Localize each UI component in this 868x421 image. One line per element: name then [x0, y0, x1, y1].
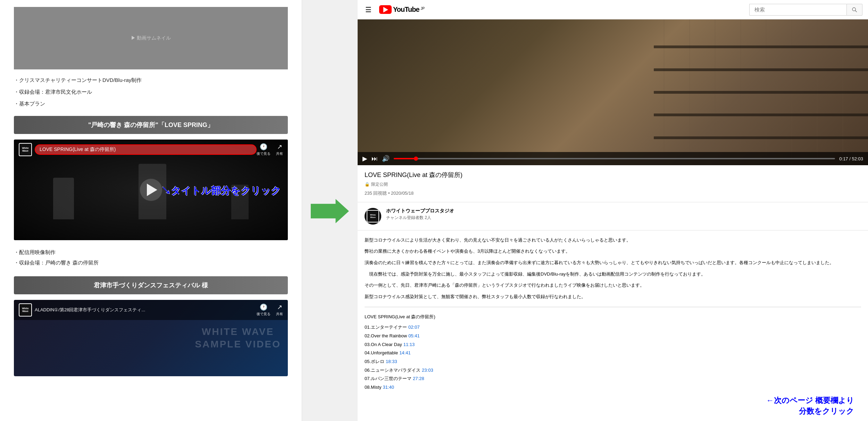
progress-bar[interactable] [394, 158, 835, 159]
share-btn-2[interactable]: ↗ 共有 [276, 303, 283, 317]
bullet-list-2: ・配信用映像制作 ・収録会場：戸崎の響き 森の停留所 [14, 247, 288, 268]
section-header-2: 君津市手づくりダンスフェスティバル 様 [14, 276, 288, 294]
description-section: 新型コロナウイルスにより生活が大きく変わり、先の見えない不安な日々を過ごされてい… [358, 230, 868, 421]
channel-avatar[interactable]: WhiteWave [365, 208, 381, 225]
sample-watermark: WHITE WAVESAMPLE VIDEO [195, 326, 281, 351]
next-page-hint: ←次のページ 概要欄より 分数をクリック [365, 395, 861, 417]
search-input[interactable] [749, 4, 846, 16]
click-hint-text: ↘タイトル部分をクリック [161, 185, 281, 197]
track-time-link[interactable]: 27:28 [413, 374, 424, 383]
track-time-link[interactable]: 11:13 [403, 340, 415, 349]
section-header-1: "戸崎の響き 森の停留所"「LOVE SPRING」 [14, 116, 288, 134]
progress-dot [414, 157, 418, 161]
lock-icon: 🔒 [365, 182, 370, 187]
video-thumbnail [358, 19, 868, 165]
arrow-container [311, 199, 349, 223]
progress-fill [394, 158, 416, 159]
wave-logo: WhiteWave [19, 143, 32, 156]
video-title-bar: WhiteWave LOVE SPRING(Live at 森の停留所) 🕐 後… [14, 140, 288, 160]
play-ctrl-icon[interactable]: ▶ [362, 155, 367, 162]
next-ctrl-icon[interactable]: ⏭ [372, 155, 378, 162]
video2-title-bar: WhiteWave ALADDIN①/第28回君津市手づくりダンスフェスティ..… [14, 300, 288, 320]
search-bar [749, 4, 862, 16]
green-arrow-wrapper [311, 199, 349, 223]
track-name: 02.Over the Rainbow [365, 332, 407, 340]
bullet-item: ・配信用映像制作 [14, 247, 288, 258]
track-name: 05.ボレロ [365, 357, 384, 366]
desc-para-4: 現在弊社では、感染予防対策を万全に施し、最小スタッフによって撮影収録、編集後DV… [365, 270, 861, 279]
video-title: LOVE SPRING(Live at 森の停留所) [365, 171, 861, 179]
watch-later-btn[interactable]: 🕐 後で見る [257, 143, 270, 156]
track-item: 04.Unforgettable 14:41 [365, 349, 861, 357]
track-time-link[interactable]: 23:03 [422, 366, 433, 375]
track-name: 06.ニューシネマパラダイス [365, 366, 420, 375]
track-time-link[interactable]: 14:41 [399, 349, 411, 357]
youtube-header: ☰ YouTube JP [358, 0, 868, 19]
search-button[interactable] [846, 4, 862, 16]
track-time-link[interactable]: 02:07 [408, 323, 420, 332]
youtube-play-icon [383, 7, 388, 12]
divider [365, 307, 861, 307]
youtube-logo[interactable]: YouTube JP [379, 5, 425, 14]
video-card-1[interactable]: WhiteWave LOVE SPRING(Live at 森の停留所) 🕐 後… [14, 140, 288, 240]
wave-logo-2: WhiteWave [19, 303, 32, 317]
svg-point-0 [852, 8, 856, 11]
track-time-link[interactable]: 05:41 [408, 332, 420, 340]
left-panel: ▶ 動画サムネイル ・クリスマスチャリティーコンサートDVD/Blu-ray制作… [0, 0, 302, 421]
play-button[interactable] [140, 179, 162, 201]
desc-para-6: 新型コロナウイルス感染対策として、無観客で開催され、弊社スタッフも最小人数で収録… [365, 293, 861, 301]
right-panel: ☰ YouTube JP [358, 0, 868, 421]
track-item: 03.On A Clear Day 11:13 [365, 340, 861, 349]
track-item: 05.ボレロ 18:33 [365, 357, 861, 366]
track-item: 02.Over the Rainbow 05:41 [365, 332, 861, 340]
track-item: 07.ルパン三世のテーマ 27:28 [365, 374, 861, 383]
tracklist: LOVE SPRING(Live at 森の停留所) 01.エンターテイナー 0… [365, 313, 861, 392]
bullet-list-1: ・クリスマスチャリティーコンサートDVD/Blu-ray制作 ・収録会場：君津市… [14, 75, 288, 109]
share-btn[interactable]: ↗ 共有 [276, 143, 283, 156]
video2-title: ALADDIN①/第28回君津市手づくりダンスフェスティ... [35, 307, 254, 313]
private-badge: 🔒 限定公開 [365, 182, 388, 187]
video-time: 0:17 / 52:03 [839, 156, 863, 161]
desc-para-1: 新型コロナウイルスにより生活が大きく変わり、先の見えない不安な日々を過ごされてい… [365, 236, 861, 245]
track-time-link[interactable]: 18:33 [386, 357, 397, 366]
bullet-item: ・基本プラン [14, 99, 288, 109]
youtube-logo-icon [379, 5, 392, 14]
description-paragraphs: 新型コロナウイルスにより生活が大きく変わり、先の見えない不安な日々を過ごされてい… [365, 236, 861, 301]
svg-line-1 [855, 10, 857, 12]
watch-later-btn-2[interactable]: 🕐 後で見る [257, 303, 270, 317]
video-actions: 🕐 後で見る ↗ 共有 [257, 143, 283, 156]
track-name: 03.On A Clear Day [365, 340, 402, 349]
bullet-item: ・収録会場：君津市民文化ホール [14, 87, 288, 97]
channel-section: WhiteWave ホワイトウェーブプロスタジオ チャンネル登録者数 2人 [358, 202, 868, 230]
video-controls: ▶ ⏭ 🔊 0:17 / 52:03 [358, 152, 868, 165]
track-item: 06.ニューシネマパラダイス 23:03 [365, 366, 861, 375]
track-time-link[interactable]: 31:40 [383, 383, 394, 392]
video-info-section: LOVE SPRING(Live at 森の停留所) 🔒 限定公開 235 回視… [358, 165, 868, 202]
track-item: 01.エンターテイナー 02:07 [365, 323, 861, 332]
youtube-logo-text: YouTube [393, 6, 419, 14]
top-video-thumbnail: ▶ 動画サムネイル [14, 7, 288, 69]
channel-name[interactable]: ホワイトウェーブプロスタジオ [386, 208, 454, 214]
video-player[interactable]: ▶ ⏭ 🔊 0:17 / 52:03 [358, 19, 868, 165]
tracklist-title: LOVE SPRING(Live at 森の停留所) [365, 313, 861, 321]
tracklist-items: 01.エンターテイナー 02:0702.Over the Rainbow 05:… [365, 323, 861, 392]
track-item: 08.Misty 31:40 [365, 383, 861, 392]
video-card-2[interactable]: WhiteWave ALADDIN①/第28回君津市手づくりダンスフェスティ..… [14, 300, 288, 376]
desc-para-3: 演奏会のために日々練習を積んできた方々にとっては、また演奏会の準備すら出来ずに途… [365, 259, 861, 267]
desc-para-2: 弊社の業務に大きくかかわる各種イベントや演奏会も、3月以降ほとんど開催されなくな… [365, 247, 861, 256]
private-label: 限定公開 [371, 182, 388, 187]
menu-icon[interactable]: ☰ [363, 3, 374, 16]
bullet-item: ・クリスマスチャリティーコンサートDVD/Blu-ray制作 [14, 75, 288, 85]
play-triangle-icon [147, 184, 157, 196]
piano-keys-area [654, 19, 868, 165]
bullet-item: ・収録会場：戸崎の響き 森の停留所 [14, 258, 288, 268]
arrow-section [302, 0, 358, 421]
track-name: 07.ルパン三世のテーマ [365, 374, 411, 383]
channel-info: ホワイトウェーブプロスタジオ チャンネル登録者数 2人 [386, 208, 454, 225]
green-arrow-icon [311, 199, 349, 223]
view-date: 235 回視聴 • 2020/05/18 [365, 190, 861, 196]
youtube-logo-jp: JP [421, 7, 425, 10]
video-title-label[interactable]: LOVE SPRING(Live at 森の停留所) [35, 144, 257, 155]
volume-ctrl-icon[interactable]: 🔊 [382, 155, 390, 162]
desc-para-5: その一例として、先日、君津市戸崎にある「森の停留所」というライブスタジオで行なわ… [365, 281, 861, 290]
